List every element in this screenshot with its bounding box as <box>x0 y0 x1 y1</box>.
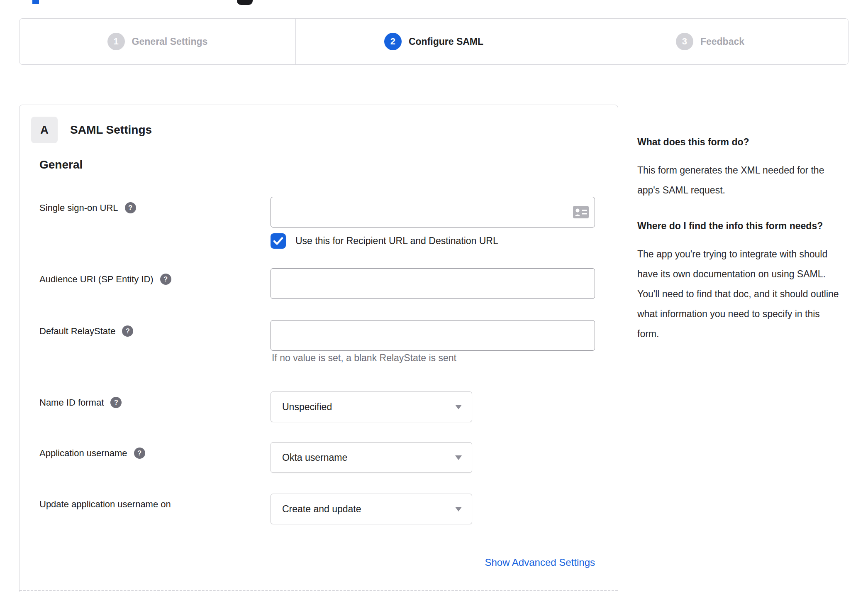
application-username-select[interactable]: Okta username <box>271 442 472 473</box>
name-id-format-label: Name ID format ? <box>39 397 122 408</box>
saml-settings-panel: A SAML Settings General Single sign-on U… <box>19 105 618 592</box>
sidebar-heading: What does this form do? <box>637 133 839 151</box>
select-value: Okta username <box>271 452 347 463</box>
wizard-stepper: 1 General Settings 2 Configure SAML 3 Fe… <box>19 18 848 65</box>
sso-url-label: Single sign-on URL ? <box>39 202 136 213</box>
help-icon[interactable]: ? <box>110 397 122 408</box>
recipient-url-checkbox[interactable] <box>271 233 286 249</box>
recipient-url-checkbox-label[interactable]: Use this for Recipient URL and Destinati… <box>295 235 498 247</box>
step-number-badge: 3 <box>676 33 693 50</box>
dropdown-caret-icon <box>455 455 462 460</box>
label-text: Default RelayState <box>39 326 115 337</box>
step-label: General Settings <box>132 36 208 47</box>
select-value: Create and update <box>271 504 361 515</box>
sso-url-input[interactable] <box>271 197 595 228</box>
update-username-select[interactable]: Create and update <box>271 494 472 524</box>
help-icon[interactable]: ? <box>125 202 136 213</box>
cutoff-blue-fragment <box>32 0 39 4</box>
sidebar-body: This form generates the XML needed for t… <box>637 160 839 200</box>
sidebar-body: The app you're trying to integrate with … <box>637 244 839 344</box>
audience-uri-label: Audience URI (SP Entity ID) ? <box>39 274 171 285</box>
update-username-label: Update application username on <box>39 499 171 510</box>
sidebar-heading: Where do I find the info this form needs… <box>637 217 839 235</box>
checkmark-icon <box>273 237 283 245</box>
label-text: Single sign-on URL <box>39 203 118 213</box>
help-icon[interactable]: ? <box>160 274 171 285</box>
relay-state-hint: If no value is set, a blank RelayState i… <box>272 352 456 364</box>
step-feedback[interactable]: 3 Feedback <box>572 19 848 64</box>
recipient-url-checkbox-row: Use this for Recipient URL and Destinati… <box>271 233 498 249</box>
dropdown-caret-icon <box>455 405 462 409</box>
step-label: Configure SAML <box>409 36 483 47</box>
name-id-format-select[interactable]: Unspecified <box>271 391 472 422</box>
help-icon[interactable]: ? <box>122 325 133 337</box>
step-configure-saml[interactable]: 2 Configure SAML <box>295 19 572 64</box>
step-label: Feedback <box>700 36 744 47</box>
cutoff-logo-fragment <box>237 0 253 5</box>
relay-state-input[interactable] <box>271 320 595 351</box>
label-text: Update application username on <box>39 499 171 510</box>
label-text: Audience URI (SP Entity ID) <box>39 274 154 285</box>
relay-state-label: Default RelayState ? <box>39 325 133 337</box>
show-advanced-settings-link[interactable]: Show Advanced Settings <box>485 557 595 568</box>
sidebar-section-where: Where do I find the info this form needs… <box>637 217 839 344</box>
label-text: Application username <box>39 448 127 459</box>
step-number-badge: 2 <box>384 33 402 50</box>
sidebar-section-what: What does this form do? This form genera… <box>637 133 839 200</box>
general-group-title: General <box>39 158 83 171</box>
section-a-badge: A <box>31 117 58 143</box>
help-icon[interactable]: ? <box>134 448 145 459</box>
step-number-badge: 1 <box>107 33 125 50</box>
dashed-divider <box>20 590 618 591</box>
audience-uri-input[interactable] <box>271 268 595 299</box>
step-general-settings[interactable]: 1 General Settings <box>20 19 295 64</box>
application-username-label: Application username ? <box>39 448 145 459</box>
panel-title: SAML Settings <box>70 123 152 137</box>
select-value: Unspecified <box>271 401 332 413</box>
dropdown-caret-icon <box>455 507 462 511</box>
label-text: Name ID format <box>39 397 104 408</box>
panel-header: A SAML Settings <box>31 117 152 143</box>
